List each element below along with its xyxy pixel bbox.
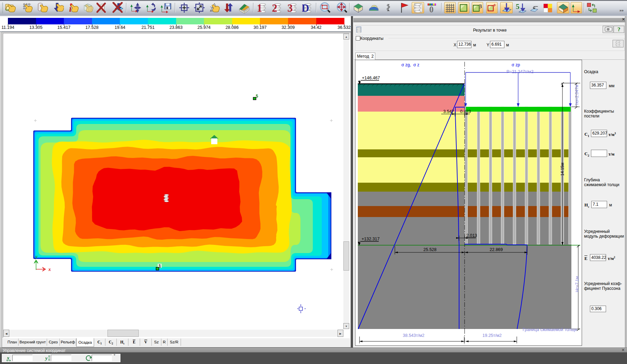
svg-text:0.023: 0.023: [460, 109, 471, 114]
svg-text:y: y: [35, 254, 38, 259]
svg-text:y: y: [45, 355, 48, 361]
svg-text:38.543т/м2: 38.543т/м2: [403, 333, 424, 338]
svg-text:5: 5: [516, 2, 520, 11]
svg-text:5: 5: [256, 94, 258, 99]
svg-text:3: 3: [479, 3, 482, 10]
svg-text:+132.317: +132.317: [362, 237, 380, 241]
svg-text:σ zp: σ zp: [512, 62, 520, 67]
svg-text:1: 1: [257, 2, 262, 13]
svg-text:+: +: [493, 2, 497, 9]
svg-text:14.15м: 14.15м: [560, 163, 565, 176]
svg-text:2.013: 2.013: [466, 233, 477, 238]
svg-text:22.869: 22.869: [490, 247, 503, 252]
svg-text:+146.467: +146.467: [362, 76, 380, 80]
svg-text:σ zg, σ z: σ zg, σ z: [401, 62, 419, 67]
svg-text:3: 3: [287, 2, 293, 13]
svg-text:ho=2.047м: ho=2.047м: [574, 84, 579, 105]
svg-text:19.25т/м2: 19.25т/м2: [482, 333, 502, 338]
svg-text:1: 1: [159, 264, 161, 269]
svg-text:x: x: [7, 355, 10, 361]
svg-text:3.547: 3.547: [443, 109, 454, 114]
svg-text:25.528: 25.528: [423, 247, 436, 252]
svg-text:Граница сжимаемой толщи: Граница сжимаемой толщи: [523, 327, 577, 332]
svg-text:Hc=7.1м: Hc=7.1м: [575, 276, 580, 292]
svg-text:D: D: [302, 2, 309, 13]
svg-text:0: 0: [429, 5, 433, 13]
svg-text:P=21.247т/м2: P=21.247т/м2: [506, 69, 534, 74]
svg-text:x: x: [48, 267, 51, 272]
svg-text:2: 2: [272, 2, 277, 13]
